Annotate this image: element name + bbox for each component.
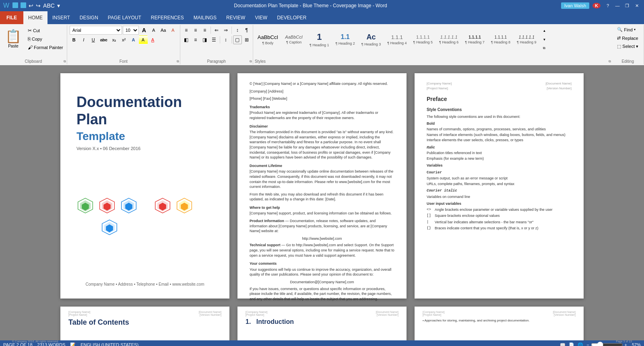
select-button[interactable]: ⬚ Select ▾ xyxy=(614,43,641,50)
font-name-select[interactable]: Arial xyxy=(70,26,122,35)
line-spacing-button[interactable]: ↕ xyxy=(221,35,230,44)
tab-developer[interactable]: DEVELOPER xyxy=(272,11,311,24)
shading-button[interactable]: ▢ xyxy=(233,35,242,44)
style-caption-preview: AaBbCcI xyxy=(285,35,302,39)
paste-button[interactable]: 📋 Paste xyxy=(2,27,25,50)
user-name[interactable]: Ivan Walsh xyxy=(561,2,589,9)
style-heading8[interactable]: 1.1.1.1 ¶ Heading 8 xyxy=(488,26,513,53)
show-marks-button[interactable]: ¶ xyxy=(242,26,251,35)
tab-insert[interactable]: INSERT xyxy=(47,11,75,24)
font-color-button[interactable]: A xyxy=(149,35,157,44)
replace-label: Replace xyxy=(622,36,638,41)
borders-button[interactable]: ⊞ xyxy=(242,35,251,44)
redo-icon[interactable]: ↪ xyxy=(36,2,41,9)
find-icon: 🔍 xyxy=(617,27,623,32)
bold-button[interactable]: B xyxy=(70,35,78,44)
increase-indent-button[interactable]: ⇒ xyxy=(221,26,230,35)
decrease-indent-button[interactable]: ⇐ xyxy=(212,26,221,35)
multilevel-button[interactable]: ≡ xyxy=(200,26,209,35)
tab-references[interactable]: REFERENCES xyxy=(146,11,189,24)
archive-project: [Project Name] xyxy=(423,313,444,316)
help-button[interactable]: ? xyxy=(604,2,612,10)
subscript-button[interactable]: x₂ xyxy=(110,35,119,44)
courier-desc: System output, such as an error message … xyxy=(427,176,572,181)
cover-icons xyxy=(76,197,213,236)
minimize-button[interactable]: — xyxy=(613,2,621,10)
help-text: [Company Name] support, product, and lic… xyxy=(250,211,394,216)
style-h4-preview: 1.1.1 xyxy=(391,34,403,40)
style-caption[interactable]: AaBbCcI ¶ Caption xyxy=(282,26,306,53)
style-heading3[interactable]: Ac ¶ Heading 3 xyxy=(359,26,384,53)
underline-button[interactable]: U xyxy=(89,35,98,44)
copy-button[interactable]: ⎘ Copy xyxy=(26,35,65,43)
tab-page-layout[interactable]: PAGE LAYOUT xyxy=(103,11,146,24)
style-heading2[interactable]: 1.1 ¶ Heading 2 xyxy=(332,26,357,53)
style-body[interactable]: AaBbCcI ¶ Body xyxy=(255,26,281,53)
undo-icon[interactable]: ↩ xyxy=(29,2,33,9)
cut-label: Cut xyxy=(33,28,40,33)
clipboard-group: 📋 Paste ✂ Cut ⎘ Copy 🖌 Format Painter Cl… xyxy=(0,25,67,64)
styles-down-button[interactable]: ▼ xyxy=(540,35,549,44)
style-h6-label: ¶ Heading 6 xyxy=(439,40,458,44)
style-heading9[interactable]: 1.1.1.1.1 ¶ Heading 9 xyxy=(514,26,539,53)
format-painter-button[interactable]: 🖌 Format Painter xyxy=(26,43,65,51)
archive-page: [Company Name] [Project Name] [Document … xyxy=(415,307,584,340)
styles-expand[interactable]: ⧉ xyxy=(609,60,611,64)
tab-home[interactable]: HOME xyxy=(23,11,47,24)
tab-mailings[interactable]: MAILINGS xyxy=(189,11,221,24)
spellcheck-icon[interactable]: ABC xyxy=(43,2,55,9)
sort-button[interactable]: ↕ xyxy=(233,26,242,35)
superscript-button[interactable]: x² xyxy=(120,35,128,44)
hex-blue2 xyxy=(101,218,118,236)
styles-up-button[interactable]: ▲ xyxy=(540,26,549,35)
close-button[interactable]: ✕ xyxy=(633,2,641,10)
numbering-button[interactable]: ≡ xyxy=(191,26,200,35)
strikethrough-button[interactable]: abc xyxy=(99,35,109,44)
file-tab[interactable]: FILE xyxy=(0,11,23,24)
clear-format-button[interactable]: A xyxy=(169,26,178,35)
product-title: Product Information xyxy=(250,219,284,223)
paste-label: Paste xyxy=(8,44,19,48)
style-heading5[interactable]: 1.1.1.1 ¶ Heading 5 xyxy=(411,26,436,53)
replace-button[interactable]: ⇄ Replace xyxy=(614,34,641,42)
style-heading6[interactable]: 1.1.1.1.1 ¶ Heading 6 xyxy=(436,26,461,53)
find-button[interactable]: 🔍 Find ▾ xyxy=(614,26,641,33)
company-name: [Company Name] xyxy=(427,81,452,86)
style-heading4[interactable]: 1.1.1 ¶ Heading 4 xyxy=(384,26,409,53)
style-heading7[interactable]: 1.1.1.1 ¶ Heading 7 xyxy=(462,26,487,53)
italic-label: Italic xyxy=(427,145,572,150)
align-right-button[interactable]: ◨ xyxy=(200,35,209,44)
tab-review[interactable]: REVIEW xyxy=(221,11,250,24)
bullets-button[interactable]: ≡ xyxy=(182,26,191,35)
tech-title: Technical support xyxy=(250,243,281,247)
case-button[interactable]: Aa xyxy=(159,26,168,35)
save-icon[interactable] xyxy=(12,2,18,8)
contact-line: [Phone] [Fax] [Website] xyxy=(250,96,394,101)
italic-button[interactable]: I xyxy=(79,35,88,44)
intro-company: [Company Name] xyxy=(246,311,267,313)
align-center-button[interactable]: ≡ xyxy=(191,35,200,44)
bracket-square: [] Square brackets enclose optional valu… xyxy=(427,213,572,219)
tab-view[interactable]: VIEW xyxy=(250,11,272,24)
restore-button[interactable]: ❐ xyxy=(623,2,631,10)
sep4 xyxy=(231,36,232,43)
cover-title: Documentation Plan xyxy=(76,93,213,128)
text-effect-button[interactable]: A xyxy=(129,35,138,44)
paragraph-expand[interactable]: ⧉ xyxy=(250,60,252,64)
align-left-button[interactable]: ◧ xyxy=(182,35,191,44)
style-heading1[interactable]: 1 ¶ Heading 1 xyxy=(307,26,332,53)
justify-button[interactable]: ☰ xyxy=(210,35,219,44)
cut-button[interactable]: ✂ Cut xyxy=(26,27,65,35)
shrink-font-button[interactable]: A xyxy=(149,26,158,35)
intro-version: [Version Number] xyxy=(376,313,398,316)
customize-icon[interactable]: ▾ xyxy=(57,2,60,9)
bracket-pipe-desc: Vertical bar indicates alternate selecti… xyxy=(435,220,534,225)
styles-more-button[interactable]: ⧉ xyxy=(540,44,549,53)
tab-design[interactable]: DESIGN xyxy=(75,11,103,24)
save2-icon[interactable] xyxy=(21,2,26,8)
grow-font-button[interactable]: A xyxy=(140,26,149,35)
font-size-select[interactable]: 10 xyxy=(123,26,139,35)
clipboard-expand[interactable]: ⧉ xyxy=(64,60,66,64)
font-expand[interactable]: ⧉ xyxy=(177,60,179,64)
highlight-button[interactable]: A xyxy=(139,35,148,44)
